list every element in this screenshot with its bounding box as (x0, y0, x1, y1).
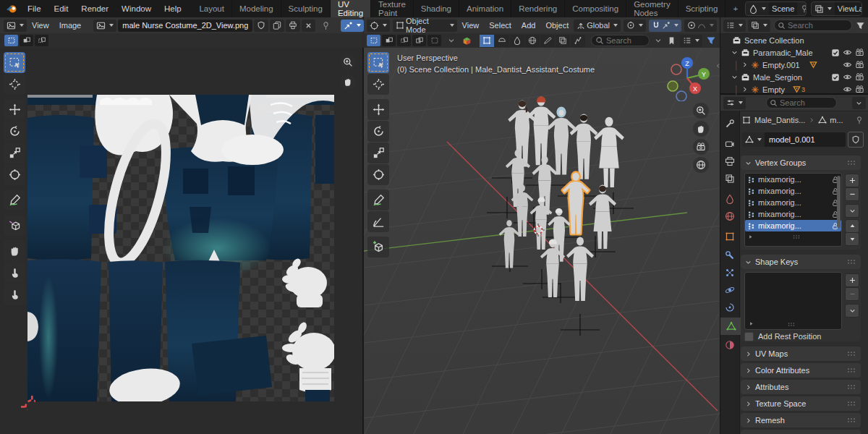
tab-object[interactable] (720, 228, 739, 245)
geometry-data-panel[interactable]: Geometry Data (741, 430, 861, 434)
vp-tool-annotate[interactable] (367, 190, 389, 210)
menu-help[interactable]: Help (158, 0, 188, 17)
chevron-right-icon[interactable] (741, 85, 749, 93)
menu-render[interactable]: Render (75, 0, 115, 17)
workspace-tab-modeling[interactable]: Modeling (232, 0, 281, 17)
image-browse-button[interactable] (93, 20, 116, 32)
tab-output[interactable] (720, 153, 739, 170)
fake-user-button[interactable] (848, 132, 864, 148)
outliner-row-male-sergion[interactable]: Male_Sergion (720, 71, 868, 83)
attributes-panel[interactable]: Attributes (741, 380, 861, 394)
bookmark-icon[interactable] (667, 36, 676, 46)
vp-tool-select-box[interactable] (367, 52, 389, 73)
select-intersect-mode[interactable] (427, 35, 441, 46)
uv-tool-select-box[interactable] (4, 52, 25, 73)
eye-icon[interactable] (843, 85, 852, 94)
mesh-browse-button[interactable] (742, 132, 765, 147)
camera-visibility-icon[interactable] (855, 48, 864, 57)
checkbox-icon[interactable] (831, 48, 840, 57)
mesh-cube-icon[interactable] (461, 35, 472, 46)
uv-tool-rip-region[interactable] (4, 215, 25, 236)
uv-tool-move[interactable] (4, 99, 25, 120)
uv-select-mode-edge[interactable] (20, 35, 33, 46)
tab-constraints[interactable] (720, 299, 739, 316)
vertex-group-item[interactable]: mixamorig... (745, 185, 841, 197)
uv-tool-cursor[interactable] (4, 74, 25, 95)
outliner-editor-type-button[interactable] (723, 20, 746, 32)
eye-icon[interactable] (843, 60, 852, 69)
vp-zoom-button[interactable] (693, 103, 709, 119)
snap-toggle[interactable] (649, 20, 681, 32)
tab-material[interactable] (720, 336, 739, 354)
grip-icon[interactable] (846, 401, 856, 407)
tab-render[interactable] (720, 135, 739, 153)
select-invert-mode[interactable] (412, 35, 426, 46)
outliner-display-mode-button[interactable] (748, 20, 770, 32)
vertex-group-item[interactable]: mixamorig... (745, 174, 841, 185)
list-filter-row[interactable] (748, 320, 754, 327)
filter-funnel-icon[interactable] (706, 35, 716, 46)
vgroup-move-up-button[interactable] (845, 219, 859, 233)
vp-pan-button[interactable] (693, 121, 709, 137)
grip-icon[interactable] (846, 351, 856, 357)
breadcrumb-object-name[interactable]: Male_Dantis... (754, 116, 805, 124)
viewport-editor-type-button[interactable] (367, 20, 390, 32)
tab-world[interactable] (720, 208, 739, 225)
list-scrollbar[interactable] (837, 176, 841, 228)
pin-icon[interactable] (855, 116, 864, 124)
workspace-tab-sculpting[interactable]: Sculpting (281, 0, 331, 17)
tab-tool[interactable] (720, 115, 739, 132)
uv-pan-button[interactable] (340, 74, 356, 90)
uv-select-mode-face[interactable] (35, 35, 48, 46)
add-workspace-button[interactable]: + (726, 0, 745, 17)
workspace-tab-shading[interactable]: Shading (414, 0, 459, 17)
vertex-group-item[interactable]: mixamorig... (745, 197, 841, 208)
world-toggle[interactable] (525, 35, 540, 47)
tab-object-data[interactable] (720, 318, 741, 335)
breadcrumb-data-name[interactable]: m... (830, 116, 843, 124)
pivot-point-dropdown[interactable] (624, 20, 646, 32)
viewport-canvas[interactable]: User Perspective (0) Scene Collection | … (364, 48, 720, 434)
paint-toggle[interactable] (510, 35, 524, 47)
grip-icon[interactable] (846, 160, 856, 166)
chevron-right-icon[interactable] (741, 61, 749, 69)
uv-tool-relax[interactable] (4, 262, 25, 283)
eye-icon[interactable] (843, 48, 852, 57)
outliner-row-scene-collection[interactable]: Scene Collection (720, 34, 868, 46)
tab-scene[interactable] (720, 190, 739, 208)
vp-menu-view[interactable]: View (457, 17, 485, 33)
properties-editor-type-button[interactable] (723, 97, 746, 109)
properties-options-button[interactable] (852, 97, 866, 109)
eye-icon[interactable] (843, 72, 852, 82)
scene-pin-button[interactable] (797, 2, 806, 15)
uv-snap-button[interactable] (341, 20, 364, 32)
mesh-toggle[interactable] (480, 35, 494, 47)
brush-toggle[interactable] (540, 35, 555, 47)
gizmo-x-label[interactable]: X (693, 85, 697, 93)
vgroup-move-down-button[interactable] (845, 232, 859, 246)
transform-orientation-dropdown[interactable]: Global (574, 20, 621, 32)
collapse-handle-icon[interactable] (713, 61, 720, 69)
chevron-down-icon[interactable] (654, 36, 663, 45)
uv-tool-scale[interactable] (4, 142, 25, 163)
uv-texture-image[interactable] (27, 95, 334, 401)
scene-name-field[interactable]: Scene (769, 2, 797, 15)
tab-particles[interactable] (720, 264, 739, 281)
armature-toggle[interactable] (571, 35, 585, 47)
curve-toggle[interactable] (495, 35, 509, 47)
tab-modifiers[interactable] (720, 247, 739, 264)
camera-visibility-icon[interactable] (855, 72, 864, 82)
camera-visibility-icon[interactable] (855, 60, 864, 69)
vp-tool-scale[interactable] (367, 142, 389, 163)
vgroup-remove-button[interactable] (845, 187, 859, 201)
grip-icon[interactable] (846, 384, 856, 390)
checkbox-icon[interactable] (831, 73, 840, 82)
tab-physics[interactable] (720, 281, 739, 299)
outliner-row-paramadic-male[interactable]: Paramadic_Male (720, 46, 868, 59)
vp-camera-view-button[interactable] (693, 139, 709, 155)
chevron-down-icon[interactable] (447, 36, 456, 45)
vp-tool-transform[interactable] (367, 164, 389, 185)
menu-file[interactable]: File (21, 0, 48, 17)
collections-filter-button[interactable] (680, 35, 702, 47)
viewport-scene[interactable] (364, 48, 720, 434)
